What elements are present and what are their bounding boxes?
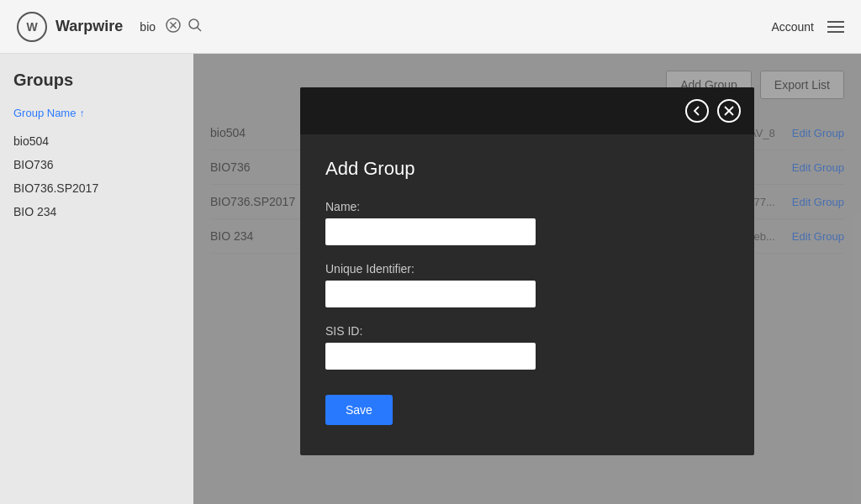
logo-icon: W <box>17 12 47 42</box>
clear-search-icon[interactable] <box>166 18 181 36</box>
list-item[interactable]: BIO736 <box>13 153 180 176</box>
sidebar-title: Groups <box>13 71 180 90</box>
sort-header[interactable]: Group Name ↑ <box>13 107 180 119</box>
list-item[interactable]: BIO 234 <box>13 200 180 223</box>
modal-header-bar <box>300 87 754 134</box>
save-button[interactable]: Save <box>325 395 393 425</box>
modal-title: Add Group <box>325 158 729 180</box>
logo-text: Warpwire <box>55 18 123 35</box>
logo-area: W Warpwire <box>17 12 123 42</box>
sort-arrow: ↑ <box>79 108 84 119</box>
content-area: Add Group Export List bio504 AV_8 Edit G… <box>193 54 861 504</box>
sort-column-label: Group Name <box>13 107 76 119</box>
logo-initial: W <box>26 20 37 34</box>
unique-id-field-group: Unique Identifier: <box>325 262 729 307</box>
unique-id-input[interactable] <box>325 281 536 307</box>
list-item[interactable]: bio504 <box>13 129 180 153</box>
hamburger-menu-icon[interactable] <box>827 21 844 33</box>
modal-back-button[interactable] <box>685 99 709 123</box>
name-label: Name: <box>325 200 729 213</box>
list-item[interactable]: BIO736.SP2017 <box>13 176 180 200</box>
group-list: bio504 BIO736 BIO736.SP2017 BIO 234 <box>13 129 180 223</box>
search-value: bio <box>140 20 156 34</box>
header: W Warpwire bio Account <box>0 0 861 54</box>
sis-id-field-group: SIS ID: <box>325 324 729 370</box>
account-link[interactable]: Account <box>771 20 814 34</box>
svg-point-3 <box>189 19 198 29</box>
svg-line-4 <box>198 27 202 31</box>
search-icon[interactable] <box>188 18 203 36</box>
main-area: Groups Group Name ↑ bio504 BIO736 BIO736… <box>0 54 861 504</box>
name-input[interactable] <box>325 218 536 245</box>
sis-id-label: SIS ID: <box>325 324 729 338</box>
modal-overlay: Add Group Name: Unique Identifier: SIS I… <box>193 54 861 504</box>
search-area: bio <box>140 18 771 36</box>
unique-id-label: Unique Identifier: <box>325 262 729 276</box>
sis-id-input[interactable] <box>325 343 536 370</box>
add-group-modal: Add Group Name: Unique Identifier: SIS I… <box>300 87 754 455</box>
sidebar: Groups Group Name ↑ bio504 BIO736 BIO736… <box>0 54 193 504</box>
modal-close-button[interactable] <box>717 99 741 123</box>
modal-body: Add Group Name: Unique Identifier: SIS I… <box>300 134 754 455</box>
name-field-group: Name: <box>325 200 729 245</box>
header-right: Account <box>771 20 844 34</box>
